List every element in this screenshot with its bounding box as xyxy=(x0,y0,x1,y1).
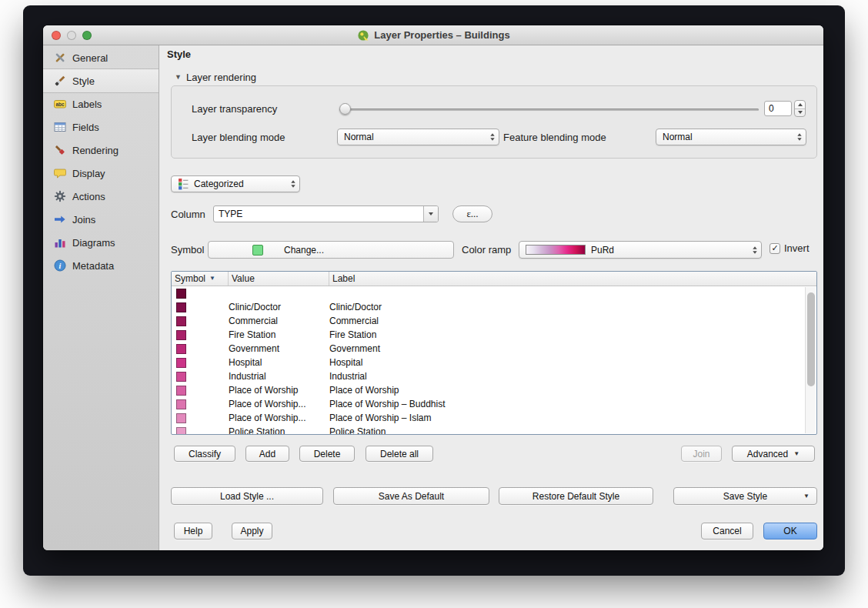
save-style-button[interactable]: Save Style ▼ xyxy=(673,487,817,505)
table-row[interactable]: Police StationPolice Station xyxy=(172,425,816,435)
ok-button[interactable]: OK xyxy=(763,523,817,540)
invert-control[interactable]: ✓ Invert xyxy=(770,242,810,254)
add-button[interactable]: Add xyxy=(245,446,289,462)
category-color-swatch[interactable] xyxy=(176,302,186,312)
sidebar-item-display[interactable]: Display xyxy=(43,162,159,185)
sidebar-item-label: Fields xyxy=(72,122,99,133)
join-button[interactable]: Join xyxy=(681,446,722,462)
disclosure-triangle-icon[interactable]: ▼ xyxy=(175,74,182,81)
category-color-swatch[interactable] xyxy=(176,316,186,326)
table-row[interactable] xyxy=(172,286,816,300)
feature-blending-value: Normal xyxy=(663,132,793,142)
invert-label: Invert xyxy=(784,242,810,254)
column-value[interactable]: TYPE xyxy=(214,206,423,222)
close-button[interactable] xyxy=(52,31,61,40)
slider-knob[interactable] xyxy=(339,103,351,115)
category-label: Police Station xyxy=(329,426,816,435)
column-label: Column xyxy=(171,209,205,220)
category-color-swatch[interactable] xyxy=(176,386,186,396)
table-row[interactable]: Fire StationFire Station xyxy=(172,328,816,342)
feature-blending-select[interactable]: Normal xyxy=(656,129,806,145)
sidebar-item-label: Display xyxy=(72,168,105,179)
table-row[interactable]: GovernmentGovernment xyxy=(172,342,816,356)
table-row[interactable]: Clinic/DoctorClinic/Doctor xyxy=(172,300,816,314)
category-color-swatch[interactable] xyxy=(176,358,186,368)
sidebar-item-fields[interactable]: Fields xyxy=(43,115,159,139)
sidebar-item-labels[interactable]: abc Labels xyxy=(43,92,159,115)
delete-all-button[interactable]: Delete all xyxy=(366,446,433,462)
category-symbol-cell xyxy=(172,372,229,382)
category-value: Fire Station xyxy=(229,329,329,340)
layer-blending-select[interactable]: Normal xyxy=(337,129,499,145)
delete-button[interactable]: Delete xyxy=(299,446,355,462)
classify-button[interactable]: Classify xyxy=(174,446,235,462)
category-color-swatch[interactable] xyxy=(176,372,186,382)
layer-rendering-header[interactable]: ▼ Layer rendering xyxy=(175,72,256,83)
expression-builder-button[interactable]: ε... xyxy=(452,205,492,222)
minimize-button[interactable] xyxy=(67,31,76,40)
help-button[interactable]: Help xyxy=(174,523,212,540)
sidebar-item-diagrams[interactable]: Diagrams xyxy=(43,231,159,254)
advanced-button[interactable]: Advanced ▼ xyxy=(732,446,815,462)
category-symbol-cell xyxy=(172,413,229,423)
apply-button[interactable]: Apply xyxy=(232,523,272,540)
transparency-stepper[interactable] xyxy=(794,100,806,117)
classes-table[interactable]: Symbol ▼ Value Label Clinic/DoctorClinic… xyxy=(171,271,817,435)
dropdown-arrow-icon: ▼ xyxy=(803,493,810,499)
color-ramp-select[interactable]: PuRd xyxy=(519,241,762,259)
combo-dropdown-button[interactable] xyxy=(423,206,438,222)
window-title: Layer Properties – Buildings xyxy=(374,29,509,41)
category-symbol-cell xyxy=(172,302,229,312)
table-row[interactable]: Place of WorshipPlace of Worship xyxy=(172,383,816,397)
sidebar-item-label: General xyxy=(72,52,108,64)
column-select[interactable]: TYPE xyxy=(213,205,439,222)
table-row[interactable]: CommercialCommercial xyxy=(172,314,816,328)
sidebar-item-label: Joins xyxy=(72,214,95,225)
symbol-change-label: Change... xyxy=(284,245,324,256)
symbol-change-button[interactable]: Change... xyxy=(208,241,454,259)
color-ramp-preview xyxy=(526,245,586,255)
category-color-swatch[interactable] xyxy=(176,427,186,436)
symbol-label: Symbol xyxy=(171,244,204,256)
category-color-swatch[interactable] xyxy=(176,289,186,299)
renderer-type-value: Categorized xyxy=(194,179,286,189)
invert-checkbox[interactable]: ✓ xyxy=(770,243,780,254)
save-as-default-button[interactable]: Save As Default xyxy=(333,487,489,505)
stepper-up-icon[interactable] xyxy=(795,101,805,109)
category-color-swatch[interactable] xyxy=(176,344,186,354)
sidebar-item-rendering[interactable]: Rendering xyxy=(43,139,159,162)
column-header-label-col[interactable]: Label xyxy=(329,272,816,286)
sidebar-item-general[interactable]: General xyxy=(43,46,159,69)
stepper-down-icon[interactable] xyxy=(795,109,805,117)
window-title-group: Layer Properties – Buildings xyxy=(356,28,509,42)
column-header-symbol[interactable]: Symbol ▼ xyxy=(172,272,229,286)
column-header-value[interactable]: Value xyxy=(229,272,329,286)
transparency-label: Layer transparency xyxy=(192,103,277,115)
zoom-button[interactable] xyxy=(82,31,92,40)
load-style-button[interactable]: Load Style ... xyxy=(171,487,323,505)
table-row[interactable]: Place of Worship...Place of Worship – Is… xyxy=(172,411,816,425)
category-value: Police Station xyxy=(229,426,329,435)
class-table-body[interactable]: Clinic/DoctorClinic/DoctorCommercialComm… xyxy=(172,286,816,435)
renderer-type-select[interactable]: Categorized xyxy=(171,175,300,192)
column-header-label: Value xyxy=(232,273,255,284)
table-row[interactable]: HospitalHospital xyxy=(172,356,816,369)
sidebar-item-label: Labels xyxy=(72,99,102,110)
sidebar-item-style[interactable]: Style xyxy=(43,69,159,92)
category-color-swatch[interactable] xyxy=(176,330,186,340)
table-scrollbar-thumb[interactable] xyxy=(807,292,815,386)
transparency-slider[interactable] xyxy=(339,103,759,115)
category-color-swatch[interactable] xyxy=(176,399,186,409)
sidebar-item-joins[interactable]: Joins xyxy=(43,208,159,231)
slider-track[interactable] xyxy=(339,109,759,111)
cancel-button[interactable]: Cancel xyxy=(701,523,753,540)
table-row[interactable]: Place of Worship...Place of Worship – Bu… xyxy=(172,397,816,411)
table-scrollbar[interactable] xyxy=(805,287,816,433)
sidebar-item-metadata[interactable]: i Metadata xyxy=(43,254,159,277)
category-color-swatch[interactable] xyxy=(176,413,186,423)
sidebar-item-actions[interactable]: Actions xyxy=(43,185,159,208)
restore-default-style-button[interactable]: Restore Default Style xyxy=(499,487,653,505)
transparency-value-field[interactable]: 0 xyxy=(764,101,792,116)
table-row[interactable]: IndustrialIndustrial xyxy=(172,369,816,383)
category-value: Commercial xyxy=(229,316,329,326)
